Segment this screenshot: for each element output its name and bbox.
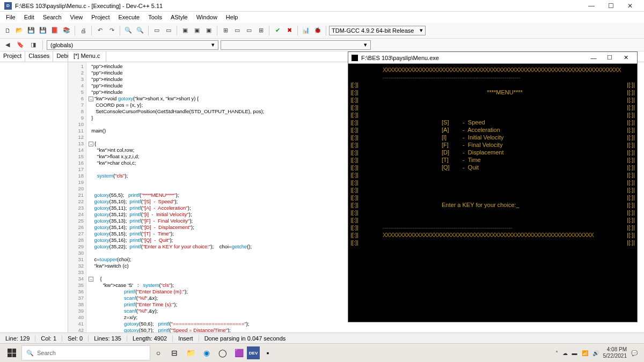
console-output: XXXXXXXXXXXXXXXXXXXXXXXXXXXXXXXXXXXXXXXX… — [348, 64, 637, 248]
status-lines: Lines: 135 — [89, 335, 127, 342]
app-icon[interactable]: 🟪 — [231, 345, 247, 361]
menu-execute[interactable]: Execute — [114, 13, 143, 21]
minimize-button[interactable]: — — [582, 0, 601, 12]
console-icon — [352, 55, 358, 61]
menu-help[interactable]: Help — [222, 13, 242, 21]
window-title: F:\BES 103\payslip\Menu.c - [Executing] … — [15, 3, 582, 9]
menu-astyle[interactable]: AStyle — [167, 13, 192, 21]
globals-select[interactable]: (globals)▾ — [47, 40, 218, 50]
status-bar: Line: 129 Col: 1 Sel: 0 Lines: 135 Lengt… — [0, 333, 644, 343]
notifications-icon[interactable]: 💬 — [631, 350, 638, 356]
debug-icon[interactable]: ▣ — [180, 25, 191, 36]
new-file-icon[interactable]: 🗋 — [2, 25, 13, 36]
undo-icon[interactable]: ↶ — [94, 25, 105, 36]
status-message: Done parsing in 0.047 seconds — [199, 335, 291, 342]
menu-tools[interactable]: Tools — [144, 13, 166, 21]
search-icon: 🔍 — [26, 350, 34, 357]
book-icon[interactable]: 📕 — [49, 25, 60, 36]
sidebar: Project Classes Debug — [0, 51, 68, 333]
status-col: Col: 1 — [35, 335, 62, 342]
devcpp-taskbar-icon[interactable]: DEV — [247, 346, 260, 359]
status-line: Line: 129 — [0, 335, 35, 342]
compiler-select[interactable]: TDM-GCC 4.9.2 64-bit Release▾ — [329, 26, 426, 35]
members-select[interactable]: ▾ — [221, 40, 371, 50]
edge-icon[interactable]: ◉ — [199, 345, 215, 361]
console-title: F:\BES 103\payslip\Menu.exe — [361, 55, 586, 61]
menu-bar: File Edit Search View Project Execute To… — [0, 12, 644, 23]
console-minimize[interactable]: — — [586, 55, 602, 61]
menu-view[interactable]: View — [67, 13, 87, 21]
console-taskbar-icon[interactable]: ▪ — [260, 345, 276, 361]
window1-icon[interactable]: ▭ — [151, 25, 162, 36]
menu-file[interactable]: File — [2, 13, 19, 21]
bookmark-icon[interactable]: 🔖 — [15, 40, 26, 50]
redo-icon[interactable]: ↷ — [106, 25, 117, 36]
status-sel: Sel: 0 — [62, 335, 89, 342]
stop-debug-icon[interactable]: ▣ — [192, 25, 202, 36]
goto-icon[interactable]: ◨ — [28, 40, 39, 50]
status-length: Length: 4902 — [127, 335, 173, 342]
profile-icon[interactable]: ▣ — [203, 25, 214, 36]
menu-edit[interactable]: Edit — [20, 13, 38, 21]
bug-icon[interactable]: 🐞 — [312, 25, 323, 36]
taskbar-search[interactable]: 🔍Search — [21, 345, 150, 360]
save-icon[interactable]: 💾 — [26, 25, 36, 36]
menu-search[interactable]: Search — [39, 13, 65, 21]
line-gutter: 1234567891011121314151617181920212223242… — [68, 62, 86, 333]
replace-icon[interactable]: 🔍 — [135, 25, 145, 36]
taskbar: 🔍Search ○ ⊟ 📁 ◉ ◯ 🟪 DEV ▪ ˄ ☁ ▬ 📶 🔊 4:08… — [0, 343, 644, 362]
console-window: F:\BES 103\payslip\Menu.exe — ☐ ✕ XXXXXX… — [348, 51, 638, 322]
open-icon[interactable]: 📂 — [14, 25, 25, 36]
books-icon[interactable]: 📚 — [61, 25, 72, 36]
find-icon[interactable]: 🔍 — [123, 25, 134, 36]
run-icon[interactable]: ▭ — [244, 25, 254, 36]
tray-wifi-icon[interactable]: 📶 — [582, 350, 588, 356]
tab-classes[interactable]: Classes — [25, 51, 53, 62]
maximize-button[interactable]: ☐ — [601, 0, 620, 12]
nav-back-icon[interactable]: ◀ — [2, 40, 13, 50]
menu-project[interactable]: Project — [87, 13, 113, 21]
toolbar: 🗋 📂 💾 💾 📕 📚 🖨 ↶ ↷ 🔍 🔍 ▭ ▭ ▣ ▣ ▣ ⊞ ▭ ▭ ⊞ … — [0, 23, 644, 39]
cortana-icon[interactable]: ○ — [150, 345, 166, 361]
x-icon[interactable]: ✖ — [284, 25, 295, 36]
tray-battery-icon[interactable]: ▬ — [572, 350, 577, 356]
tray-volume-icon[interactable]: 🔊 — [592, 350, 599, 356]
saveall-icon[interactable]: 💾 — [38, 25, 48, 36]
check-icon[interactable]: ✔ — [272, 25, 283, 36]
tray-chevron-icon[interactable]: ˄ — [555, 350, 558, 356]
explorer-icon[interactable]: 📁 — [182, 345, 199, 361]
app-logo: D — [4, 2, 12, 10]
print-icon[interactable]: 🖨 — [78, 25, 89, 36]
tray-onedrive-icon[interactable]: ☁ — [562, 350, 568, 356]
menu-window[interactable]: Window — [193, 13, 221, 21]
close-button[interactable]: ✕ — [620, 0, 640, 12]
compile-icon[interactable]: ▭ — [232, 25, 243, 36]
start-button[interactable] — [2, 345, 21, 361]
grid1-icon[interactable]: ⊞ — [220, 25, 231, 36]
console-maximize[interactable]: ☐ — [602, 54, 618, 61]
chart-icon[interactable]: 📊 — [301, 25, 311, 36]
compile-run-icon[interactable]: ⊞ — [255, 25, 266, 36]
taskview-icon[interactable]: ⊟ — [166, 345, 182, 361]
taskbar-clock[interactable]: 4:08 PM5/22/2021 — [603, 346, 627, 359]
status-mode: Insert — [173, 335, 199, 342]
chrome-icon[interactable]: ◯ — [215, 345, 231, 361]
console-close[interactable]: ✕ — [618, 54, 634, 61]
editor: [*] Menu.c 12345678910111213141516171819… — [68, 51, 644, 333]
editor-tab-menu-c[interactable]: [*] Menu.c — [68, 51, 106, 62]
tab-project[interactable]: Project — [0, 51, 25, 62]
window2-icon[interactable]: ▭ — [163, 25, 174, 36]
